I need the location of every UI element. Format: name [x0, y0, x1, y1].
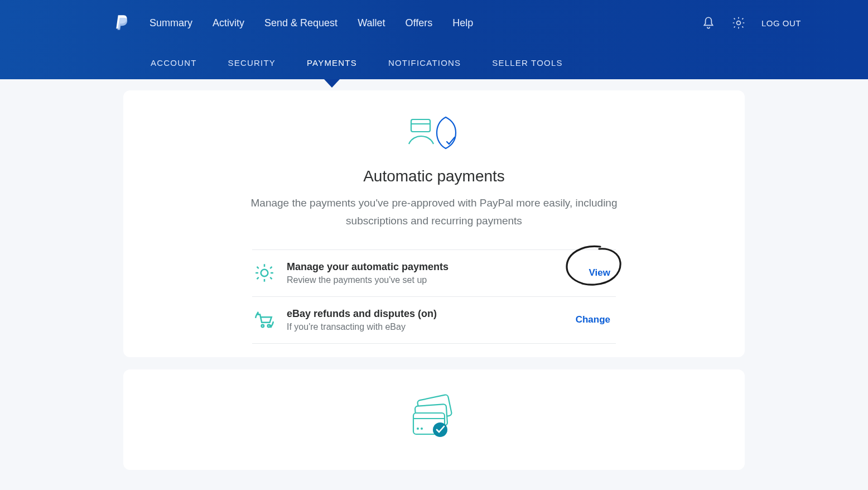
card-description: Manage the payments you've pre-approved … [250, 194, 618, 230]
row-subtitle: If you're transacting with eBay [287, 322, 570, 332]
topbar: Summary Activity Send & Request Wallet O… [0, 0, 868, 46]
svg-point-0 [737, 21, 741, 25]
header: Summary Activity Send & Request Wallet O… [0, 0, 868, 79]
nav-offers[interactable]: Offers [405, 17, 432, 29]
settings-rows: Manage your automatic payments Review th… [252, 249, 616, 344]
primary-nav: Summary Activity Send & Request Wallet O… [150, 17, 701, 29]
row-manage-automatic-payments: Manage your automatic payments Review th… [252, 249, 616, 296]
svg-point-3 [261, 270, 268, 277]
row-title: Manage your automatic payments [287, 261, 584, 273]
change-link[interactable]: Change [570, 310, 616, 330]
row-body: eBay refunds and disputes (on) If you're… [287, 308, 570, 332]
cards-stack-icon [403, 393, 465, 445]
automatic-payments-hero-icon [403, 114, 465, 155]
header-tools: LOG OUT [701, 16, 868, 30]
row-title: eBay refunds and disputes (on) [287, 308, 570, 320]
notifications-icon[interactable] [701, 16, 716, 30]
automatic-payments-card: Automatic payments Manage the payments y… [123, 90, 745, 357]
svg-point-10 [417, 427, 419, 430]
cart-refresh-icon [252, 309, 277, 330]
svg-point-4 [262, 325, 264, 327]
svg-point-5 [268, 325, 270, 327]
card-hero: Automatic payments Manage the payments y… [150, 114, 718, 230]
nav-activity[interactable]: Activity [213, 17, 244, 29]
view-link[interactable]: View [584, 263, 616, 283]
settings-gear-icon[interactable] [731, 16, 746, 30]
row-subtitle: Review the payments you've set up [287, 275, 584, 285]
tab-account[interactable]: ACCOUNT [151, 46, 197, 79]
card-title: Automatic payments [363, 167, 505, 185]
tab-seller-tools[interactable]: SELLER TOOLS [492, 46, 562, 79]
row-ebay-refunds: eBay refunds and disputes (on) If you're… [252, 296, 616, 344]
settings-subnav: ACCOUNT SECURITY PAYMENTS NOTIFICATIONS … [0, 46, 868, 79]
nav-summary[interactable]: Summary [150, 17, 192, 29]
nav-help[interactable]: Help [452, 17, 473, 29]
row-body: Manage your automatic payments Review th… [287, 261, 584, 285]
nav-wallet[interactable]: Wallet [358, 17, 385, 29]
tab-payments[interactable]: PAYMENTS [307, 46, 357, 79]
main-container: Automatic payments Manage the payments y… [123, 90, 745, 470]
nav-send-request[interactable]: Send & Request [264, 17, 337, 29]
secondary-card [123, 369, 745, 470]
tab-notifications[interactable]: NOTIFICATIONS [388, 46, 461, 79]
paypal-logo-icon[interactable] [114, 14, 129, 32]
tab-security[interactable]: SECURITY [228, 46, 276, 79]
gear-icon [252, 262, 277, 284]
svg-rect-1 [411, 119, 430, 132]
logout-link[interactable]: LOG OUT [761, 18, 801, 28]
svg-point-11 [421, 427, 423, 430]
